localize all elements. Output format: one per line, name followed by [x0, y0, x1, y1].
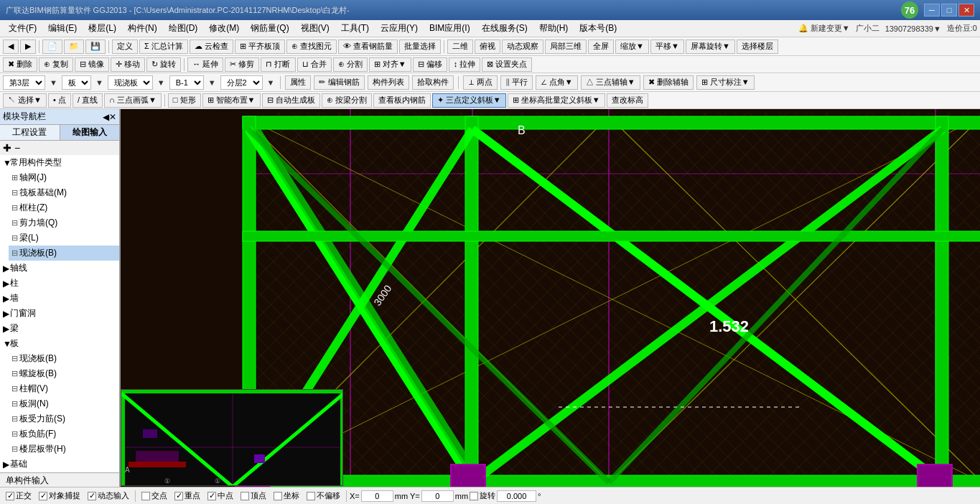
tb-calculate[interactable]: Σ 汇总计算 [139, 39, 188, 54]
menu-floor[interactable]: 楼层(L) [83, 21, 122, 36]
maximize-button[interactable]: □ [941, 4, 957, 17]
status-intersect[interactable]: 交点 [139, 490, 170, 501]
tb-stretch[interactable]: ↕ 拉伸 [449, 57, 481, 72]
tb-local-3d[interactable]: 局部三维 [545, 39, 587, 54]
canvas-area[interactable]: B 1.532 .690 .690 3000 ① ② tE [121, 109, 980, 504]
nav-draw-input[interactable]: 绘图输入 [60, 125, 120, 140]
tree-wall[interactable]: ▶墙 [0, 291, 119, 306]
tree-axis[interactable]: ⊞轴网(J) [9, 170, 119, 185]
tb-pan[interactable]: 平移▼ [650, 39, 684, 54]
tb-edit-rebar[interactable]: ✏ 编辑钢筋 [314, 75, 364, 90]
rotate-check[interactable] [470, 492, 478, 500]
status-snap[interactable]: ✓ 对象捕捉 [36, 490, 83, 501]
tree-raft[interactable]: ⊟筏板基础(M) [9, 185, 119, 200]
material-select[interactable]: 现浇板 [108, 75, 153, 90]
tree-cast-slab[interactable]: ⊟现浇板(B) [9, 246, 119, 261]
tb-break[interactable]: ⊓ 打断 [261, 57, 295, 72]
tb-angle[interactable]: ∠ 点角▼ [536, 75, 578, 90]
menu-version[interactable]: 版本号(B) [574, 21, 622, 36]
tree-shear-wall[interactable]: ⊟剪力墙(Q) [9, 215, 119, 230]
tb-auto-gen[interactable]: ⊟ 自动生成板 [262, 93, 320, 108]
dynamic-check[interactable]: ✓ [88, 492, 96, 500]
tb-point[interactable]: • 点 [48, 93, 71, 108]
tb-view-rebar[interactable]: 👁 查看钢筋量 [338, 39, 398, 54]
new-change-btn[interactable]: 🔔 新建变更▼ [798, 23, 850, 34]
menu-component[interactable]: 构件(N) [122, 21, 163, 36]
guangxiao-btn[interactable]: 广小二 [856, 23, 879, 34]
tb-align[interactable]: ⊞ 对齐▼ [369, 57, 411, 72]
menu-draw[interactable]: 绘图(D) [163, 21, 204, 36]
snap-check[interactable]: ✓ [39, 492, 47, 500]
menu-modify[interactable]: 修改(M) [203, 21, 245, 36]
tb-new[interactable]: 📄 [42, 39, 62, 54]
tb-align-top[interactable]: ⊞ 平齐板顶 [235, 39, 285, 54]
tb-parallel[interactable]: ∥ 平行 [500, 75, 533, 90]
menu-bim[interactable]: BIM应用(I) [424, 21, 476, 36]
tb-extend[interactable]: ↔ 延伸 [187, 57, 223, 72]
tree-beam-cat[interactable]: ▶梁 [0, 321, 119, 336]
tb-delete[interactable]: ✖ 删除 [3, 57, 37, 72]
type-select[interactable]: 板 [62, 75, 91, 90]
tb-rotate-tool[interactable]: ↻ 旋转 [146, 57, 181, 72]
tree-foundation[interactable]: ▶基础 [0, 457, 119, 472]
ortho-check[interactable]: ✓ [6, 492, 14, 500]
tb-property[interactable]: 属性 [285, 75, 311, 90]
tb-batch-select[interactable]: 批量选择 [399, 39, 441, 54]
menu-cloud[interactable]: 云应用(Y) [375, 21, 424, 36]
status-coord[interactable]: 坐标 [271, 490, 302, 501]
tree-slab-hole[interactable]: ⊟板洞(N) [9, 396, 119, 411]
floor-select[interactable]: 第3层 [3, 75, 45, 90]
tree-slab-stress-bar[interactable]: ⊟板受力筋(S) [9, 411, 119, 426]
tb-arc[interactable]: ∩ 三点画弧▼ [104, 93, 162, 108]
tree-axes[interactable]: ▶轴线 [0, 261, 119, 276]
menu-online[interactable]: 在线服务(S) [476, 21, 533, 36]
tb-fullscreen[interactable]: 全屏 [588, 39, 614, 54]
vertex-check[interactable] [241, 492, 249, 500]
menu-rebar[interactable]: 钢筋量(Q) [245, 21, 294, 36]
tree-frame-col[interactable]: ⊟框柱(Z) [9, 200, 119, 215]
menu-help[interactable]: 帮助(H) [533, 21, 574, 36]
nav-controls[interactable]: ◀✕ [103, 112, 116, 122]
tree-col-cap[interactable]: ⊟柱帽(V) [9, 381, 119, 396]
menu-view[interactable]: 视图(V) [295, 21, 335, 36]
status-dynamic[interactable]: ✓ 动态输入 [85, 490, 132, 501]
tb-undo[interactable]: ◀ [3, 39, 19, 54]
tb-cloud-check[interactable]: ☁ 云检查 [190, 39, 233, 54]
menu-file[interactable]: 文件(F) [3, 21, 42, 36]
tree-opening[interactable]: ▶门窗洞 [0, 306, 119, 321]
tb-view-slab-rebar[interactable]: 查看板内钢筋 [373, 93, 431, 108]
tree-cast-slab2[interactable]: ⊟现浇板(B) [9, 351, 119, 366]
tb-2d[interactable]: 二维 [447, 39, 473, 54]
window-controls[interactable]: ─ □ ✕ [924, 4, 974, 17]
tb-rotate[interactable]: 屏幕旋转▼ [686, 39, 735, 54]
tb-coord-slope[interactable]: ⊞ 坐标高批量定义斜板▼ [508, 93, 605, 108]
menu-edit[interactable]: 编辑(E) [42, 21, 83, 36]
tb-save[interactable]: 💾 [85, 39, 106, 54]
tb-merge[interactable]: ⊔ 合并 [297, 57, 332, 72]
intersect-check[interactable] [141, 492, 150, 500]
tb-pick-component[interactable]: 拾取构件 [412, 75, 454, 90]
tb-copy[interactable]: ⊕ 复制 [39, 57, 73, 72]
coord-check[interactable] [274, 492, 282, 500]
name-select[interactable]: B-1 [169, 75, 204, 90]
tb-dim[interactable]: ⊞ 尺寸标注▼ [696, 75, 755, 90]
tb-split-beam[interactable]: ⊕ 按梁分割 [322, 93, 372, 108]
tb-offset[interactable]: ⊟ 偏移 [413, 57, 447, 72]
y-input[interactable] [421, 490, 454, 502]
tb-select[interactable]: ↖ 选择▼ [3, 93, 47, 108]
tb-line[interactable]: / 直线 [73, 93, 103, 108]
tree-common-types[interactable]: ▼常用构件类型 [0, 155, 119, 170]
tree-spiral-slab[interactable]: ⊟螺旋板(B) [9, 366, 119, 381]
tb-zoom[interactable]: 缩放▼ [615, 39, 649, 54]
tb-3point-axis[interactable]: △ 三点辅轴▼ [581, 75, 640, 90]
tree-col[interactable]: ▶柱 [0, 276, 119, 291]
menu-tools[interactable]: 工具(T) [335, 21, 375, 36]
tb-component-list[interactable]: 构件列表 [368, 75, 409, 90]
tb-define[interactable]: 定义 [112, 39, 138, 54]
tb-3pt-slope[interactable]: ✦ 三点定义斜板▼ [432, 93, 506, 108]
tb-top-view[interactable]: 俯视 [475, 39, 500, 54]
tb-floor-select[interactable]: 选择楼层 [737, 39, 778, 54]
status-no-offset[interactable]: 不偏移 [304, 490, 343, 501]
tb-check-height[interactable]: 查改标高 [607, 93, 648, 108]
status-midpoint[interactable]: ✓ 重点 [172, 490, 203, 501]
